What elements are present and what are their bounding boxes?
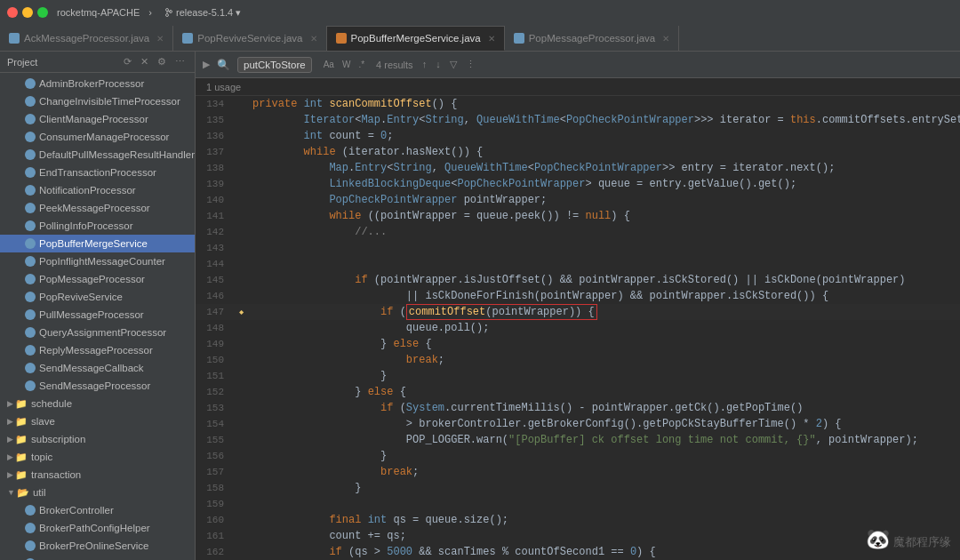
line-number: 148 — [196, 320, 233, 336]
sidebar-item-endtransaction[interactable]: EndTransactionProcessor — [0, 164, 195, 181]
line-content — [249, 256, 960, 272]
folder-icon-slave: 📁 — [15, 416, 28, 428]
sidebar-title: Project — [7, 57, 117, 68]
case-sensitive-button[interactable]: Aa — [321, 59, 337, 70]
sidebar-item-transaction[interactable]: ▶ 📁 transaction — [0, 466, 195, 484]
tab-pop[interactable]: PopReviveService.java ✕ — [173, 26, 326, 51]
sidebar-item-queryassignment[interactable]: QueryAssignmentProcessor — [0, 324, 195, 341]
code-line-145: 145 if (pointWrapper.isJustOffset() && p… — [196, 272, 960, 288]
code-line-143: 143 — [196, 240, 960, 256]
sidebar-settings-icon[interactable]: ⚙ — [155, 55, 169, 68]
sidebar-item-pullmessage[interactable]: PullMessageProcessor — [0, 306, 195, 324]
search-query-text: putCkToStore — [244, 60, 306, 70]
class-icon — [25, 114, 36, 124]
search-filter-button[interactable]: ▽ — [446, 58, 460, 71]
line-number: 153 — [196, 400, 233, 416]
line-content: queue.poll(); — [249, 320, 960, 336]
whole-word-button[interactable]: W — [340, 59, 353, 70]
sidebar-item-popbuffermerge[interactable]: PopBufferMergeService — [0, 235, 195, 252]
line-gutter-bookmark: ⬥ — [233, 304, 249, 320]
sidebar-item-admin[interactable]: AdminBrokerProcessor — [0, 75, 195, 92]
tab-close-popmsg[interactable]: ✕ — [662, 34, 669, 44]
sidebar-item-topic[interactable]: ▶ 📁 topic — [0, 448, 195, 466]
line-content: while (iterator.hasNext()) { — [249, 144, 960, 160]
sidebar-item-util[interactable]: ▼ 📂 util — [0, 484, 195, 501]
sidebar-item-peekmessage[interactable]: PeekMessageProcessor — [0, 199, 195, 217]
code-line-150: 150 break; — [196, 352, 960, 368]
line-number: 162 — [196, 544, 233, 560]
maximize-button[interactable] — [37, 7, 48, 18]
code-area[interactable]: 1 usage 134 private int scanCommitOffset… — [196, 78, 960, 560]
sidebar-item-clientmanage[interactable]: ClientManageProcessor — [0, 110, 195, 128]
bookmark-icon: ⬥ — [238, 304, 244, 320]
search-input-wrap[interactable]: putCkToStore — [237, 57, 312, 73]
sidebar-item-pollinginfo[interactable]: PollingInfoProcessor — [0, 217, 195, 235]
sidebar-item-sendcallback[interactable]: SendMessageCallback — [0, 359, 195, 377]
code-line-140: 140 PopCheckPointWrapper pointWrapper; — [196, 192, 960, 208]
line-number: 137 — [196, 144, 233, 160]
tabbar: AckMessageProcessor.java ✕ PopReviveServ… — [0, 25, 960, 52]
code-line-151: 151 } — [196, 368, 960, 384]
line-number: 144 — [196, 256, 233, 272]
line-content: } — [249, 480, 960, 496]
tab-ack[interactable]: AckMessageProcessor.java ✕ — [0, 26, 173, 51]
line-number: 139 — [196, 176, 233, 192]
search-collapse-arrow[interactable]: ▶ — [203, 59, 210, 70]
tab-close-pop[interactable]: ✕ — [310, 34, 317, 44]
line-number: 136 — [196, 128, 233, 144]
expand-arrow-topic: ▶ — [7, 452, 13, 461]
search-prev-button[interactable]: ↑ — [419, 58, 431, 71]
sidebar-item-notification[interactable]: NotificationProcessor — [0, 181, 195, 199]
tab-popbuffer[interactable]: PopBufferMergeService.java ✕ — [327, 26, 505, 51]
tab-close-popbuffer[interactable]: ✕ — [488, 34, 495, 44]
line-content — [249, 240, 960, 256]
sidebar-item-brokerstartup[interactable]: BrokerStartup — [0, 555, 195, 560]
line-content: if (pointWrapper.isJustOffset() && point… — [249, 272, 960, 288]
expand-arrow-slave: ▶ — [7, 417, 13, 426]
sidebar-item-brokercontroller[interactable]: BrokerController — [0, 501, 195, 519]
code-line-156: 156 } — [196, 448, 960, 464]
line-number: 155 — [196, 432, 233, 448]
line-number: 146 — [196, 288, 233, 304]
line-content: int count = 0; — [249, 128, 960, 144]
expand-arrow-subscription: ▶ — [7, 435, 13, 444]
search-next-button[interactable]: ↓ — [432, 58, 444, 71]
sidebar-header: Project ⟳ ✕ ⚙ ⋯ — [0, 52, 195, 73]
class-icon — [25, 309, 36, 320]
sidebar-close-icon[interactable]: ✕ — [138, 55, 151, 68]
line-content: } — [249, 448, 960, 464]
sidebar-item-brokerpathconfig[interactable]: BrokerPathConfigHelper — [0, 519, 195, 537]
line-content: if (qs > 5000 && scanTimes % countOfSeco… — [249, 544, 960, 560]
close-button[interactable] — [7, 7, 18, 18]
sidebar-item-schedule[interactable]: ▶ 📁 schedule — [0, 395, 195, 412]
main-layout: Project ⟳ ✕ ⚙ ⋯ AdminBrokerProcessor Cha… — [0, 52, 960, 560]
line-number: 152 — [196, 384, 233, 400]
sidebar-item-poprevive[interactable]: PopReviveService — [0, 288, 195, 306]
search-more-button[interactable]: ⋮ — [462, 58, 479, 71]
sidebar-item-brokerpreonline[interactable]: BrokerPreOnlineService — [0, 537, 195, 555]
sidebar-item-changeinvisible[interactable]: ChangeInvisibleTimeProcessor — [0, 92, 195, 110]
minimize-button[interactable] — [22, 7, 33, 18]
code-line-146: 146 || isCkDoneForFinish(pointWrapper) &… — [196, 288, 960, 304]
sidebar-expand-icon[interactable]: ⋯ — [172, 55, 188, 68]
regex-button[interactable]: .* — [356, 59, 367, 70]
sidebar-item-replymessage[interactable]: ReplyMessageProcessor — [0, 341, 195, 359]
code-line-158: 158 } — [196, 480, 960, 496]
sidebar-item-sendmessage[interactable]: SendMessageProcessor — [0, 377, 195, 395]
sidebar-item-subscription[interactable]: ▶ 📁 subscription — [0, 430, 195, 448]
sidebar-item-consumermanage[interactable]: ConsumerManageProcessor — [0, 128, 195, 146]
tab-close-ack[interactable]: ✕ — [156, 34, 164, 44]
line-number: 147 — [196, 304, 233, 320]
sidebar-sync-icon[interactable]: ⟳ — [121, 55, 134, 68]
tab-popmsg[interactable]: PopMessageProcessor.java ✕ — [505, 26, 680, 51]
sidebar-item-popmessage[interactable]: PopMessageProcessor — [0, 270, 195, 288]
sidebar-item-defaultpull[interactable]: DefaultPullMessageResultHandler — [0, 146, 195, 164]
tab-label-ack: AckMessageProcessor.java — [24, 33, 149, 44]
watermark: 🐼 魔都程序缘 — [866, 528, 951, 551]
sidebar-item-popinflight[interactable]: PopInflightMessageCounter — [0, 252, 195, 270]
code-line-147: 147 ⬥ if (commitOffset(pointWrapper)) { — [196, 304, 960, 320]
code-line-154: 154 > brokerController.getBrokerConfig()… — [196, 416, 960, 432]
class-icon — [25, 363, 36, 373]
sidebar-item-slave[interactable]: ▶ 📁 slave — [0, 412, 195, 430]
code-line-155: 155 POP_LOGGER.warn("[PopBuffer] ck offs… — [196, 432, 960, 448]
